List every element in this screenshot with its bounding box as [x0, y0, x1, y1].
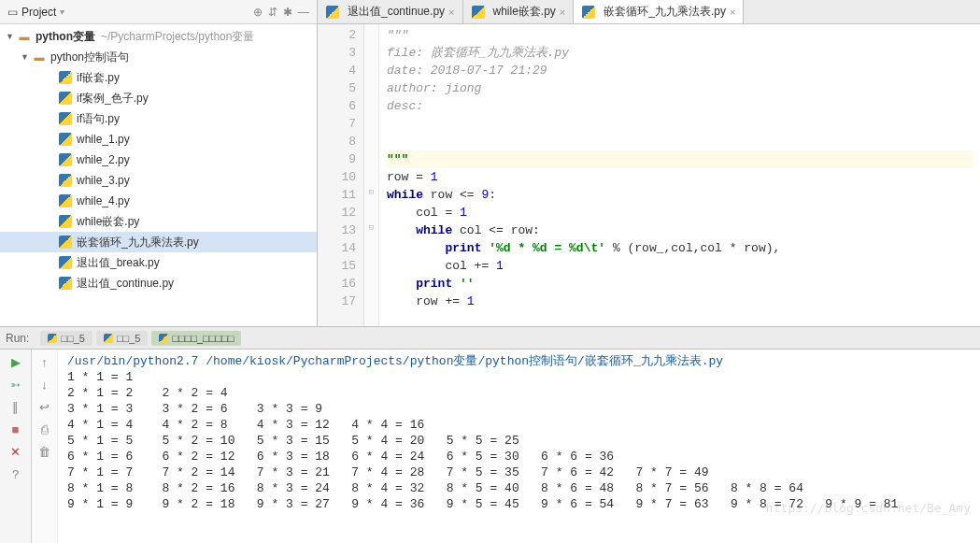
run-actions-right: ↑ ↓ ↩ ⎙ 🗑 [32, 350, 58, 543]
python-file-icon [325, 5, 340, 20]
project-icon: ▭ [7, 6, 18, 19]
run-tab[interactable]: □□_5 [40, 331, 92, 346]
tree-root[interactable]: ▼ ▬ python变量 ~/PycharmProjects/python变量 [0, 26, 317, 47]
output-line: 4 * 1 = 4 4 * 2 = 8 4 * 3 = 12 4 * 4 = 1… [67, 417, 971, 433]
project-header: ▭ Project ▾ ⊕ ⇵ ✱ — [0, 0, 317, 24]
code-line[interactable]: date: 2018-07-17 21:29 [387, 62, 973, 79]
help-icon[interactable]: ? [7, 465, 24, 482]
up-icon[interactable]: ↑ [36, 353, 53, 370]
tree-file-label: while_2.py [77, 153, 130, 166]
editor-tab[interactable]: 退出值_continue.py× [318, 0, 463, 23]
python-file-icon [58, 255, 73, 270]
code-line[interactable]: author: jiong [387, 79, 973, 97]
python-file-icon [58, 132, 73, 147]
tree-file[interactable]: while_2.py [0, 150, 317, 170]
code-line[interactable] [387, 115, 973, 133]
tree-file[interactable]: if嵌套.py [0, 67, 317, 88]
code-line[interactable]: row = 1 [387, 168, 973, 186]
code-line[interactable]: """ [387, 150, 973, 168]
tree-file[interactable]: while_4.py [0, 191, 317, 211]
pause-icon[interactable]: ‖ [7, 398, 24, 415]
target-icon[interactable]: ⊕ [253, 6, 263, 19]
tree-file-label: while嵌套.py [77, 214, 139, 230]
fold-gutter[interactable]: ⊟ ⊟ [364, 24, 379, 326]
close-icon[interactable]: × [448, 7, 454, 18]
wrap-icon[interactable]: ↩ [36, 398, 53, 415]
python-file-icon [58, 193, 73, 208]
tree-file[interactable]: 退出值_continue.py [0, 273, 317, 293]
tree-file[interactable]: while嵌套.py [0, 211, 317, 232]
run-tab-label: □□□□_□□□□□ [172, 333, 234, 344]
run-command-line: /usr/bin/python2.7 /home/kiosk/PycharmPr… [67, 353, 971, 369]
minimize-icon[interactable]: — [298, 6, 309, 19]
watermark: https://blog.csdn.net/Be_Amy [766, 501, 971, 515]
editor-tab-label: while嵌套.py [493, 4, 556, 20]
python-file-icon [58, 173, 73, 188]
code-line[interactable] [387, 133, 973, 150]
tree-file[interactable]: while_1.py [0, 129, 317, 150]
project-title: Project [21, 6, 56, 19]
python-file-icon [58, 152, 73, 167]
code-line[interactable]: print '' [387, 275, 973, 293]
code-line[interactable]: row += 1 [387, 293, 973, 310]
code-area[interactable]: """file: 嵌套循环_九九乘法表.pydate: 2018-07-17 2… [379, 24, 980, 326]
close-icon[interactable]: ✕ [7, 443, 24, 460]
tree-file[interactable]: 嵌套循环_九九乘法表.py [0, 232, 317, 252]
collapse-icon[interactable]: ⇵ [268, 6, 277, 19]
editor-tab[interactable]: 嵌套循环_九九乘法表.py× [574, 0, 744, 23]
expand-arrow-icon[interactable]: ▼ [21, 52, 32, 62]
code-line[interactable]: while row <= 9: [387, 186, 973, 204]
tree-root-path: ~/PycharmProjects/python变量 [101, 29, 254, 45]
code-line[interactable]: desc: [387, 97, 973, 115]
editor-body[interactable]: 234567891011121314151617 ⊟ ⊟ """file: 嵌套… [318, 24, 980, 326]
tree-folder[interactable]: ▼ ▬ python控制语句 [0, 47, 317, 67]
folder-icon: ▬ [17, 29, 32, 44]
python-file-icon [58, 70, 73, 85]
code-line[interactable]: col += 1 [387, 257, 973, 275]
run-tab[interactable]: □□□□_□□□□□ [151, 331, 241, 346]
python-file-icon [58, 235, 73, 250]
close-icon[interactable]: × [560, 7, 565, 18]
run-header: Run: □□_5□□_5□□□□_□□□□□ [0, 327, 980, 350]
python-file-icon [104, 334, 113, 343]
tree-file[interactable]: 退出值_break.py [0, 252, 317, 273]
python-file-icon [471, 5, 486, 20]
run-tab[interactable]: □□_5 [96, 331, 149, 346]
tree-file[interactable]: if语句.py [0, 108, 317, 129]
close-icon[interactable]: × [730, 7, 735, 18]
tree-folder-label: python控制语句 [50, 50, 129, 65]
line-gutter[interactable]: 234567891011121314151617 [318, 24, 364, 326]
tree-file-label: if嵌套.py [77, 70, 120, 86]
stop-icon[interactable]: ■ [7, 421, 24, 437]
run-tab-label: □□_5 [117, 333, 141, 344]
print-icon[interactable]: ⎙ [36, 421, 53, 437]
tree-file[interactable]: while_3.py [0, 170, 317, 191]
tree-file-label: while_3.py [77, 174, 130, 187]
output-line: 5 * 1 = 5 5 * 2 = 10 5 * 3 = 15 5 * 4 = … [67, 433, 971, 449]
editor-tab-label: 退出值_continue.py [348, 4, 445, 20]
expand-arrow-icon[interactable]: ▼ [6, 32, 17, 41]
code-line[interactable]: while col <= row: [387, 221, 973, 239]
tree-file-label: 嵌套循环_九九乘法表.py [77, 235, 199, 250]
down-icon[interactable]: ↓ [36, 376, 53, 393]
code-line[interactable]: col = 1 [387, 204, 973, 221]
debug-icon[interactable]: ➳ [7, 376, 24, 393]
run-tab-label: □□_5 [61, 333, 85, 344]
tree-file[interactable]: if案例_色子.py [0, 88, 317, 108]
play-icon[interactable]: ▶ [7, 353, 24, 370]
trash-icon[interactable]: 🗑 [36, 443, 53, 460]
tree-file-label: 退出值_break.py [77, 255, 160, 271]
python-file-icon [58, 214, 73, 229]
code-line[interactable]: """ [387, 26, 973, 44]
gear-icon[interactable]: ✱ [283, 6, 292, 19]
editor-tab[interactable]: while嵌套.py× [463, 0, 575, 23]
dropdown-icon[interactable]: ▾ [60, 7, 64, 17]
project-tree[interactable]: ▼ ▬ python变量 ~/PycharmProjects/python变量 … [0, 24, 317, 326]
output-line: 6 * 1 = 6 6 * 2 = 12 6 * 3 = 18 6 * 4 = … [67, 449, 971, 464]
tree-file-label: if语句.py [77, 111, 120, 127]
python-file-icon [581, 5, 596, 20]
folder-icon: ▬ [32, 50, 47, 64]
code-line[interactable]: file: 嵌套循环_九九乘法表.py [387, 44, 973, 62]
tree-file-label: while_4.py [77, 194, 130, 207]
code-line[interactable]: print '%d * %d = %d\t' % (row_,col,col *… [387, 239, 973, 257]
